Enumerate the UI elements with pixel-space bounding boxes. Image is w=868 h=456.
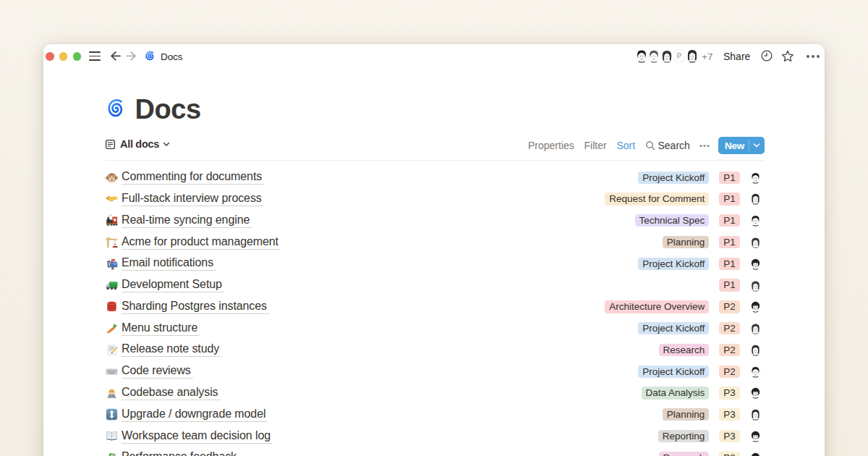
svg-text:P: P bbox=[677, 52, 682, 60]
